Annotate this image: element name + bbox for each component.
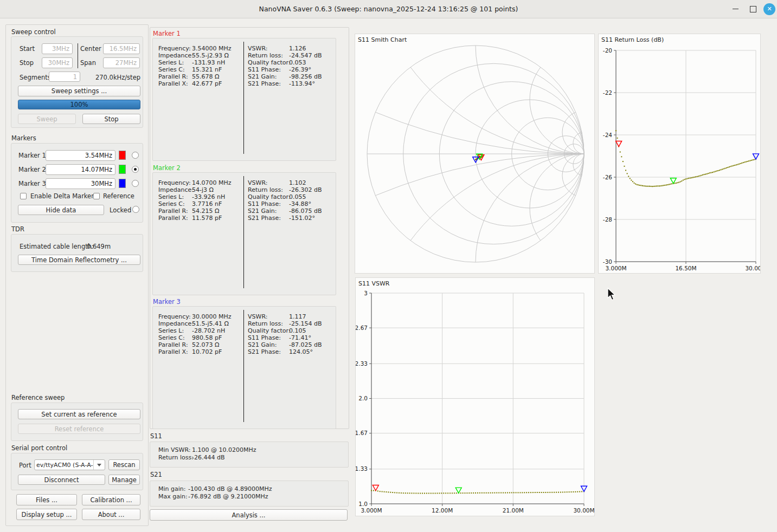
files-button[interactable]: Files ... bbox=[16, 494, 77, 505]
svg-text:-28: -28 bbox=[603, 216, 612, 223]
stop-input[interactable] bbox=[42, 57, 73, 68]
minimize-button[interactable] bbox=[727, 0, 743, 18]
marker-2-label: Marker 2 bbox=[18, 165, 46, 174]
svg-text:3.000M: 3.000M bbox=[605, 265, 626, 271]
svg-text:21.00M: 21.00M bbox=[503, 507, 524, 514]
about-button[interactable]: About ... bbox=[82, 509, 140, 520]
reference-sweep-title: Reference sweep bbox=[11, 394, 65, 401]
svg-text:2.67: 2.67 bbox=[356, 325, 368, 331]
smith-chart-panel: S11 Smith Chart bbox=[355, 34, 595, 274]
reference-sweep-group bbox=[11, 403, 143, 441]
close-button[interactable]: ✕ bbox=[761, 0, 777, 18]
hide-data-button[interactable]: Hide data bbox=[18, 205, 104, 215]
svg-text:-22: -22 bbox=[603, 89, 612, 96]
disconnect-button[interactable]: Disconnect bbox=[18, 475, 105, 485]
marker-2-color-swatch[interactable] bbox=[119, 165, 126, 174]
calibration-button[interactable]: Calibration ... bbox=[82, 494, 140, 505]
window-title: NanoVNA Saver 0.6.3 (Sweep: nanovna_2025… bbox=[0, 0, 777, 18]
svg-text:16.50M: 16.50M bbox=[675, 265, 696, 271]
marker-2-details-box: Frequency:14.0700 MHz Impedance:54-j3 Ω … bbox=[152, 172, 336, 295]
marker-2-right-column: VSWR:1.102 Return loss:-26.302 dB Qualit… bbox=[248, 179, 322, 222]
marker-1-details-box: Frequency:3.54000 MHz Impedance:55.5-j2.… bbox=[152, 38, 336, 161]
stop-button[interactable]: Stop bbox=[82, 114, 140, 124]
svg-text:30.00M: 30.00M bbox=[745, 265, 760, 271]
step-size-label: 270.0kHz/step bbox=[81, 73, 140, 82]
svg-text:12.00M: 12.00M bbox=[432, 507, 453, 514]
marker-3-color-swatch[interactable] bbox=[119, 179, 126, 188]
svg-text:3: 3 bbox=[364, 290, 368, 296]
svg-text:-30: -30 bbox=[603, 258, 612, 265]
markers-title: Markers bbox=[11, 134, 36, 142]
marker-1-radio[interactable] bbox=[132, 152, 139, 159]
svg-text:1.33: 1.33 bbox=[356, 465, 368, 472]
marker-2-details-title: Marker 2 bbox=[153, 164, 181, 172]
rescan-button[interactable]: Rescan bbox=[108, 459, 140, 470]
marker-3-details-box: Frequency:30.0000 MHz Impedance:51.5-j5.… bbox=[152, 306, 336, 429]
svg-text:1.0: 1.0 bbox=[358, 501, 368, 507]
marker-2-details-divider bbox=[243, 176, 244, 288]
reset-reference-button[interactable]: Reset reference bbox=[18, 424, 140, 434]
marker-1-color-swatch[interactable] bbox=[119, 151, 126, 160]
titlebar: NanoVNA Saver 0.6.3 (Sweep: nanovna_2025… bbox=[0, 0, 777, 18]
svg-text:-24: -24 bbox=[603, 132, 612, 138]
reference-checkbox[interactable] bbox=[93, 193, 100, 199]
enable-delta-marker-checkbox[interactable] bbox=[20, 193, 27, 199]
marker-2-input[interactable] bbox=[46, 164, 115, 175]
close-icon: ✕ bbox=[763, 3, 775, 15]
marker-2-radio[interactable] bbox=[132, 166, 139, 173]
mouse-cursor bbox=[607, 288, 617, 301]
marker-1-input[interactable] bbox=[46, 150, 115, 161]
sweep-control-title: Sweep control bbox=[11, 28, 56, 36]
marker-1-details-divider bbox=[243, 42, 244, 154]
minimize-icon bbox=[733, 9, 739, 10]
s21-summary-title: S21 bbox=[150, 471, 162, 478]
marker-1-right-column: VSWR:1.126 Return loss:-24.547 dB Qualit… bbox=[248, 45, 322, 87]
start-input[interactable] bbox=[42, 43, 73, 54]
marker-3-left-column: Frequency:30.0000 MHz Impedance:51.5-j5.… bbox=[158, 313, 232, 355]
svg-text:2.33: 2.33 bbox=[356, 360, 368, 367]
span-input[interactable] bbox=[103, 57, 140, 68]
port-select-value: ev/ttyACM0 (S-A-A-2) bbox=[35, 462, 93, 469]
marker-1-left-column: Frequency:3.54000 MHz Impedance:55.5-j2.… bbox=[158, 45, 232, 87]
marker-1-label: Marker 1 bbox=[18, 151, 46, 160]
cable-length-label: Estimated cable length: bbox=[20, 242, 94, 251]
span-label: Span bbox=[80, 58, 96, 68]
segments-label: Segments bbox=[20, 73, 51, 82]
tdr-button[interactable]: Time Domain Reflectometry ... bbox=[18, 255, 140, 265]
locked-radio[interactable] bbox=[132, 206, 139, 213]
smith-chart[interactable] bbox=[355, 34, 594, 273]
marker-3-right-column: VSWR:1.117 Return loss:-25.154 dB Qualit… bbox=[248, 313, 322, 355]
s11-summary-box: Min VSWR:1.100 @ 10.0200MHz Return loss:… bbox=[150, 442, 349, 468]
svg-text:30.00M: 30.00M bbox=[573, 507, 594, 514]
svg-text:1.67: 1.67 bbox=[356, 430, 368, 436]
center-input[interactable] bbox=[103, 43, 140, 54]
display-setup-button[interactable]: Display setup ... bbox=[16, 509, 77, 520]
application-window: NanoVNA Saver 0.6.3 (Sweep: nanovna_2025… bbox=[0, 0, 777, 532]
analysis-button[interactable]: Analysis ... bbox=[150, 509, 348, 521]
port-select[interactable]: ev/ttyACM0 (S-A-A-2) bbox=[34, 459, 105, 470]
marker-3-details-divider bbox=[243, 310, 244, 422]
vswr-chart[interactable]: 32.672.332.01.671.331.03.000M12.00M21.00… bbox=[356, 278, 594, 516]
center-label: Center bbox=[80, 44, 101, 54]
locked-label: Locked bbox=[110, 205, 131, 215]
port-label: Port bbox=[19, 460, 31, 470]
segments-input[interactable] bbox=[49, 72, 80, 82]
sweep-button[interactable]: Sweep bbox=[18, 114, 76, 124]
chevron-down-icon bbox=[93, 460, 105, 470]
marker-3-label: Marker 3 bbox=[18, 179, 46, 189]
marker-3-radio[interactable] bbox=[132, 180, 139, 187]
s11-summary-title: S11 bbox=[150, 432, 162, 440]
sweep-settings-button[interactable]: Sweep settings ... bbox=[18, 86, 140, 96]
cable-length-value: 0.649m bbox=[87, 242, 111, 251]
svg-text:2.0: 2.0 bbox=[358, 395, 368, 401]
serial-port-title: Serial port control bbox=[11, 444, 67, 452]
manage-button[interactable]: Manage bbox=[108, 475, 140, 485]
maximize-button[interactable] bbox=[745, 0, 761, 18]
vswr-chart-panel: S11 VSWR 32.672.332.01.671.331.03.000M12… bbox=[355, 277, 595, 516]
s21-summary-box: Min gain:-100.430 dB @ 4.89000MHz Max ga… bbox=[150, 481, 349, 507]
set-reference-button[interactable]: Set current as reference bbox=[18, 409, 140, 419]
return-loss-chart[interactable]: -20-22-24-26-28-303.000M16.50M30.00M bbox=[599, 34, 760, 273]
marker-3-input[interactable] bbox=[46, 178, 115, 189]
svg-text:3.000M: 3.000M bbox=[361, 507, 382, 514]
reference-checkbox-label: Reference bbox=[103, 191, 134, 201]
